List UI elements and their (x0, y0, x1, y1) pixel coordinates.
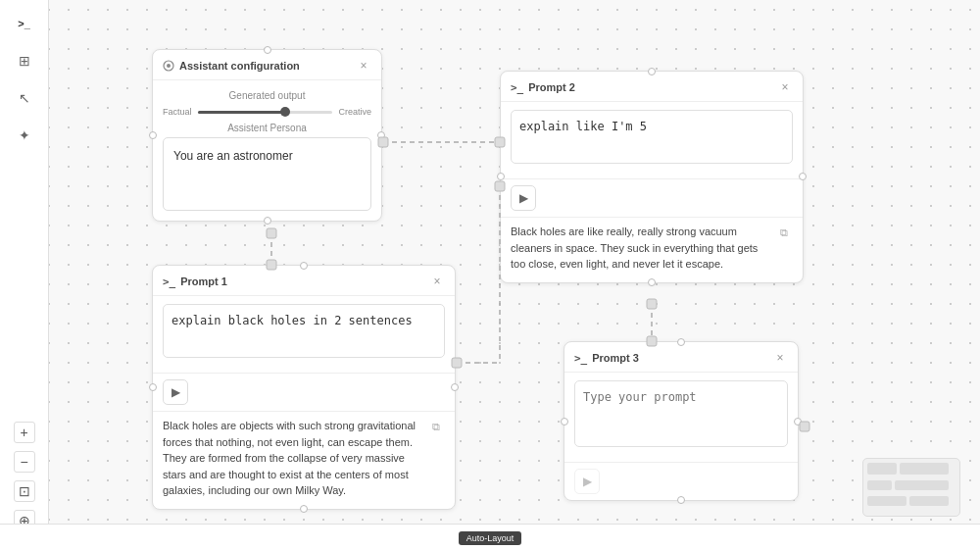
config-card-title: Assistant configuration (163, 60, 300, 72)
prompt1-header: >_ Prompt 1 × (153, 266, 455, 296)
thumb-block (867, 480, 892, 490)
prompt2-resize-right[interactable] (799, 173, 807, 180)
prompt3-resize-right[interactable] (794, 418, 802, 426)
zoom-out-button[interactable]: − (14, 451, 35, 473)
prompt1-close-button[interactable]: × (429, 274, 445, 289)
canvas: >_ ⊞ ↖ ✦ + − ⊡ ⊕ (0, 0, 980, 551)
prompt3-resize-left[interactable] (561, 418, 568, 426)
prompt1-resize-right[interactable] (451, 383, 459, 391)
config-card-header: Assistant configuration × (153, 50, 381, 80)
prompt2-copy-button[interactable]: ⧉ (775, 224, 793, 241)
prompt1-icon: >_ (163, 276, 175, 288)
prompt2-header: >_ Prompt 2 × (501, 72, 803, 102)
prompt3-close-button[interactable]: × (772, 350, 788, 366)
config-card: Assistant configuration × Generated outp… (152, 49, 382, 222)
thumb-block (900, 463, 949, 475)
svg-rect-11 (647, 299, 657, 309)
slider-thumb[interactable] (280, 107, 290, 117)
slider-fill (198, 111, 286, 114)
persona-text-box[interactable]: You are an astronomer (163, 137, 371, 211)
prompt2-input[interactable] (511, 110, 793, 164)
slider-left-label: Factual (163, 107, 192, 117)
terminal-icon[interactable]: >_ (11, 10, 38, 37)
prompt1-output-area: Black holes are objects with such strong… (163, 418, 445, 499)
prompt2-resize-left[interactable] (497, 173, 505, 180)
prompt3-header: >_ Prompt 3 × (564, 342, 798, 373)
prompt3-icon: >_ (574, 352, 587, 365)
thumb-block (895, 480, 949, 490)
thumb-row-1 (863, 459, 959, 476)
thumb-row-3 (863, 492, 959, 508)
svg-rect-5 (267, 228, 276, 238)
bottom-bar: Auto-Layout (0, 524, 980, 551)
thumb-block (867, 463, 897, 475)
prompt1-resize-left[interactable] (149, 383, 157, 391)
prompt1-output-text: Black holes are objects with such strong… (163, 418, 445, 499)
prompt2-resize-bottom[interactable] (648, 278, 656, 286)
prompt2-card: >_ Prompt 2 × ▶ Black holes are like rea… (500, 71, 804, 283)
generated-output-label: Generated output (163, 90, 371, 101)
auto-layout-label[interactable]: Auto-Layout (459, 531, 522, 545)
thumb-block (867, 496, 906, 506)
persona-section-title: Assistent Persona (163, 123, 371, 133)
prompt1-input[interactable] (163, 304, 445, 358)
prompt2-output-text: Black holes are like really, really stro… (511, 224, 793, 273)
sidebar-bottom: + − ⊡ ⊕ (14, 422, 35, 531)
prompt2-title: >_ Prompt 2 (511, 81, 575, 94)
prompt3-title: >_ Prompt 3 (574, 352, 639, 365)
config-close-button[interactable]: × (356, 58, 371, 74)
thumbnail-widget (862, 458, 960, 517)
prompt3-resize-bottom[interactable] (677, 496, 685, 504)
fit-button[interactable]: ⊡ (14, 480, 35, 502)
thumb-row-2 (863, 476, 959, 492)
resize-top[interactable] (264, 46, 271, 54)
prompt1-title: >_ Prompt 1 (163, 276, 227, 288)
prompt1-resize-bottom[interactable] (300, 505, 308, 513)
prompt3-input[interactable] (574, 380, 788, 447)
sidebar: >_ ⊞ ↖ ✦ + − ⊡ ⊕ (0, 0, 49, 551)
prompt1-resize-top[interactable] (300, 262, 308, 270)
slider-right-label: Creative (338, 107, 371, 117)
prompt1-run-button[interactable]: ▶ (163, 379, 188, 405)
prompt2-output-area: Black holes are like really, really stro… (511, 224, 793, 273)
config-icon (163, 60, 174, 72)
prompt2-resize-top[interactable] (648, 68, 656, 75)
prompt2-run-button[interactable]: ▶ (511, 185, 536, 211)
slider-track[interactable] (198, 111, 333, 114)
prompt1-card: >_ Prompt 1 × ▶ Black holes are objects … (152, 265, 456, 510)
resize-bottom[interactable] (264, 217, 271, 225)
resize-right[interactable] (377, 131, 385, 139)
config-body: Generated output Factual Creative Assist… (153, 80, 381, 221)
connector-lines (0, 0, 980, 551)
prompt3-card: >_ Prompt 3 × ▶ (564, 341, 799, 501)
prompt3-resize-top[interactable] (677, 338, 685, 346)
zoom-in-button[interactable]: + (14, 422, 35, 443)
grid-icon[interactable]: ⊞ (11, 47, 38, 75)
cursor-icon[interactable]: ↖ (11, 84, 38, 112)
prompt2-close-button[interactable]: × (777, 79, 793, 95)
svg-point-15 (167, 64, 171, 68)
prompt3-run-button[interactable]: ▶ (574, 469, 600, 494)
star-icon[interactable]: ✦ (11, 122, 38, 149)
resize-left[interactable] (149, 131, 157, 139)
prompt1-copy-button[interactable]: ⧉ (427, 418, 445, 435)
prompt2-icon: >_ (511, 81, 523, 94)
thumb-block (909, 496, 949, 506)
slider-row: Factual Creative (163, 107, 371, 117)
